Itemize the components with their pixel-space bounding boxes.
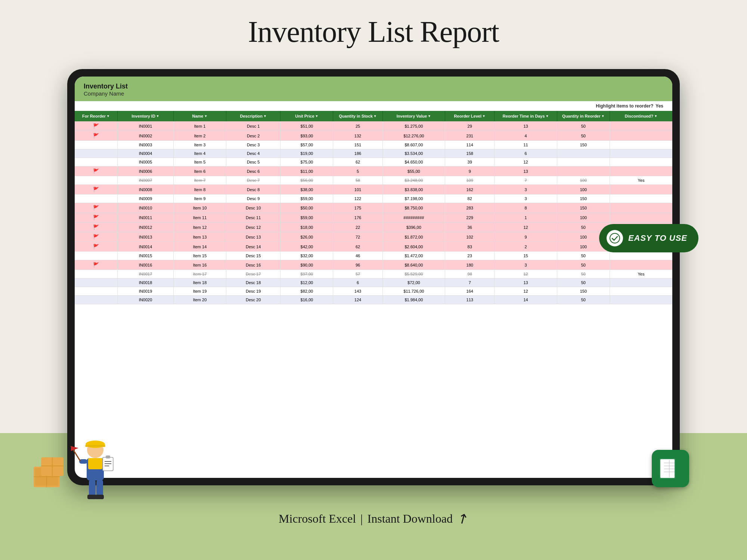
table-row: 🚩IN0002Item 2Desc 2$93,00132$12.276,0023… — [75, 131, 672, 141]
table-cell: $8.607,00 — [382, 141, 445, 149]
table-cell: IN0016 — [118, 260, 174, 270]
table-cell: 98 — [445, 270, 495, 279]
table-row: IN0015Item 15Desc 15$32,0046$1.472,00231… — [75, 252, 672, 260]
flag-icon: 🚩 — [93, 123, 99, 129]
table-cell: 3 — [495, 185, 557, 195]
table-cell: 72 — [333, 232, 382, 242]
table-cell: IN0005 — [118, 158, 174, 167]
table-cell: 7 — [495, 176, 557, 185]
flag-icon: 🚩 — [93, 224, 99, 230]
inventory-table: For Reorder▼ Inventory ID▼ Name▼ Descrip… — [75, 111, 672, 304]
table-cell: $50,00 — [280, 203, 333, 213]
table-cell: 6 — [495, 149, 557, 158]
table-cell: IN0003 — [118, 141, 174, 149]
table-cell: 25 — [333, 121, 382, 131]
svg-rect-20 — [85, 445, 105, 447]
table-cell: 231 — [445, 131, 495, 141]
table-cell: $59,00 — [280, 213, 333, 223]
table-cell: Desc 16 — [226, 260, 280, 270]
header-inventory-value[interactable]: Inventory Value▼ — [382, 111, 445, 121]
table-cell — [610, 296, 672, 304]
header-quantity-in-reorder[interactable]: Quantity in Reorder▼ — [557, 111, 610, 121]
table-cell: 176 — [333, 213, 382, 223]
table-cell — [557, 158, 610, 167]
table-cell: IN0011 — [118, 213, 174, 223]
header-for-reorder[interactable]: For Reorder▼ — [75, 111, 118, 121]
footer-separator: | — [360, 512, 363, 526]
table-cell: 150 — [557, 203, 610, 213]
table-cell: $97,00 — [280, 270, 333, 279]
table-cell: Desc 11 — [226, 213, 280, 223]
table-cell: $4.650,00 — [382, 158, 445, 167]
svg-rect-24 — [88, 458, 102, 469]
table-cell: 150 — [557, 287, 610, 296]
table-cell: 12 — [495, 287, 557, 296]
table-cell: 82 — [445, 195, 495, 203]
table-cell: 1 — [495, 213, 557, 223]
table-cell: 150 — [557, 141, 610, 149]
table-cell: 14 — [495, 296, 557, 304]
header-name[interactable]: Name▼ — [173, 111, 226, 121]
table-row: IN0017Item 17Desc 17$97,0057$5.529,00981… — [75, 270, 672, 279]
table-cell: Desc 4 — [226, 149, 280, 158]
sheet-title: Inventory List — [84, 83, 663, 90]
table-cell: 4 — [495, 131, 557, 141]
table-cell: $16,00 — [280, 296, 333, 304]
table-cell: 283 — [445, 203, 495, 213]
table-row: IN0009Item 9Desc 9$59,00122$7.198,008231… — [75, 195, 672, 203]
table-cell: $1.872,00 — [382, 232, 445, 242]
table-cell: Item 20 — [173, 296, 226, 304]
table-cell: IN0015 — [118, 252, 174, 260]
table-row: 🚩IN0014Item 14Desc 14$42,0062$2.604,0083… — [75, 242, 672, 252]
header-unit-price[interactable]: Unit Price▼ — [280, 111, 333, 121]
table-cell: Yes — [610, 176, 672, 185]
header-inventory-id[interactable]: Inventory ID▼ — [118, 111, 174, 121]
check-circle — [607, 230, 623, 246]
table-cell: Item 16 — [173, 260, 226, 270]
table-cell: $51,00 — [280, 121, 333, 131]
flag-cell — [75, 252, 118, 260]
svg-rect-31 — [96, 480, 103, 497]
flag-cell: 🚩 — [75, 185, 118, 195]
table-cell: 62 — [333, 158, 382, 167]
flag-icon: 🚩 — [93, 205, 99, 211]
header-quantity-in-stock[interactable]: Quantity in Stock▼ — [333, 111, 382, 121]
table-cell: Desc 9 — [226, 195, 280, 203]
table-cell: 100 — [557, 213, 610, 223]
table-cell: Desc 5 — [226, 158, 280, 167]
table-row: IN0019Item 19Desc 19$82,00143$11.726,001… — [75, 287, 672, 296]
table-cell: 180 — [445, 260, 495, 270]
table-cell: Desc 3 — [226, 141, 280, 149]
table-cell — [610, 149, 672, 158]
table-cell: Item 15 — [173, 252, 226, 260]
table-cell: 109 — [445, 176, 495, 185]
table-cell: Desc 14 — [226, 242, 280, 252]
header-description[interactable]: Description▼ — [226, 111, 280, 121]
table-cell: 158 — [445, 149, 495, 158]
footer-text: Microsoft Excel | Instant Download ↗ — [279, 511, 468, 526]
header-reorder-level[interactable]: Reorder Level▼ — [445, 111, 495, 121]
table-cell: 50 — [557, 270, 610, 279]
table-cell: Yes — [610, 270, 672, 279]
table-cell: $75,00 — [280, 158, 333, 167]
table-row: 🚩IN0013Item 13Desc 13$26,0072$1.872,0010… — [75, 232, 672, 242]
table-cell: 143 — [333, 287, 382, 296]
table-cell: 162 — [445, 185, 495, 195]
flag-cell — [75, 279, 118, 287]
table-cell — [557, 167, 610, 176]
svg-rect-26 — [106, 455, 110, 458]
flag-cell: 🚩 — [75, 223, 118, 232]
flag-icon: 🚩 — [93, 234, 99, 240]
table-cell: IN0019 — [118, 287, 174, 296]
table-cell: $55,00 — [382, 167, 445, 176]
table-cell: IN0004 — [118, 149, 174, 158]
table-cell: 13 — [495, 121, 557, 131]
table-cell: 50 — [557, 131, 610, 141]
table-cell: 13 — [495, 279, 557, 287]
table-cell: Desc 1 — [226, 121, 280, 131]
table-cell: $3.248,00 — [382, 176, 445, 185]
table-cell: 124 — [333, 296, 382, 304]
header-reorder-time[interactable]: Reorder Time in Days▼ — [495, 111, 557, 121]
header-discontinued[interactable]: Discontinued?▼ — [610, 111, 672, 121]
flag-cell — [75, 296, 118, 304]
